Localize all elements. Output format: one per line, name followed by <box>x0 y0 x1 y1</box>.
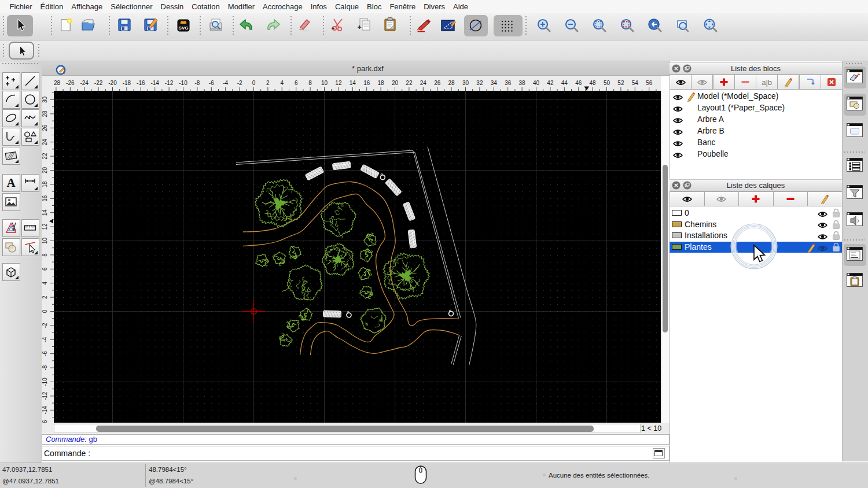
svg-text:-28: -28 <box>54 80 61 86</box>
svg-text:-26: -26 <box>66 80 75 86</box>
svg-text:22: 22 <box>406 80 413 86</box>
svg-text:46: 46 <box>575 80 582 86</box>
svg-text:12: 12 <box>42 223 48 230</box>
svg-text:30: 30 <box>462 80 469 86</box>
svg-text:0: 0 <box>252 80 256 86</box>
svg-text:-14: -14 <box>42 406 48 415</box>
svg-text:34: 34 <box>491 80 498 86</box>
svg-text:-4: -4 <box>42 337 48 342</box>
svg-text:6: 6 <box>42 267 48 271</box>
svg-text:16: 16 <box>42 195 48 202</box>
svg-text:SVG: SVG <box>179 25 189 31</box>
svg-text:-6: -6 <box>209 80 214 86</box>
svg-text:10: 10 <box>321 80 328 86</box>
svg-text:-22: -22 <box>94 80 103 86</box>
svg-text:-8: -8 <box>42 365 48 370</box>
svg-text:-16: -16 <box>137 80 145 86</box>
svg-text:2: 2 <box>42 295 48 299</box>
svg-text:-24: -24 <box>80 80 89 86</box>
svg-text:38: 38 <box>519 80 526 86</box>
svg-text:-2: -2 <box>237 80 242 86</box>
svg-text:28: 28 <box>42 110 48 117</box>
svg-text:-18: -18 <box>123 80 131 86</box>
svg-text:-10: -10 <box>42 378 48 386</box>
svg-text:-6: -6 <box>42 351 48 356</box>
svg-text:24: 24 <box>42 139 48 146</box>
svg-text:18: 18 <box>378 80 385 86</box>
svg-text:-8: -8 <box>194 80 200 86</box>
svg-text:-14: -14 <box>150 80 159 86</box>
svg-text:24: 24 <box>420 80 427 86</box>
svg-text:52: 52 <box>617 80 624 86</box>
svg-text:-4: -4 <box>223 80 228 86</box>
svg-text:26: 26 <box>434 80 441 86</box>
svg-text:-20: -20 <box>108 80 117 86</box>
svg-text:0: 0 <box>42 309 48 313</box>
svg-text:44: 44 <box>561 80 568 86</box>
svg-text:22: 22 <box>42 153 48 160</box>
svg-text:-10: -10 <box>179 80 187 86</box>
svg-text:-12: -12 <box>165 80 174 86</box>
svg-text:40: 40 <box>533 80 540 86</box>
svg-text:48: 48 <box>590 80 597 86</box>
svg-text:30: 30 <box>42 97 48 103</box>
svg-text:14: 14 <box>350 80 356 86</box>
svg-text:56: 56 <box>646 80 653 86</box>
svg-text:-12: -12 <box>42 391 48 400</box>
svg-text:A: A <box>6 176 16 190</box>
svg-text:42: 42 <box>547 80 554 86</box>
svg-text:4: 4 <box>42 281 48 284</box>
svg-text:26: 26 <box>42 124 48 131</box>
svg-text:-2: -2 <box>42 323 48 328</box>
svg-text:2: 2 <box>266 80 270 86</box>
svg-text:36: 36 <box>505 80 512 86</box>
svg-text:8: 8 <box>308 80 312 86</box>
svg-text:10: 10 <box>42 238 48 245</box>
svg-text:16: 16 <box>363 80 370 86</box>
svg-text:8: 8 <box>42 253 48 257</box>
svg-text:18: 18 <box>42 181 48 188</box>
svg-text:12: 12 <box>335 80 342 86</box>
svg-text:6: 6 <box>295 80 298 86</box>
svg-text:20: 20 <box>42 167 48 174</box>
svg-text:4: 4 <box>281 80 284 86</box>
svg-text:28: 28 <box>448 80 455 86</box>
svg-text:14: 14 <box>42 209 48 216</box>
svg-text:20: 20 <box>392 80 399 86</box>
svg-text:50: 50 <box>604 80 610 86</box>
svg-text:32: 32 <box>476 80 483 86</box>
svg-text:54: 54 <box>632 80 639 86</box>
